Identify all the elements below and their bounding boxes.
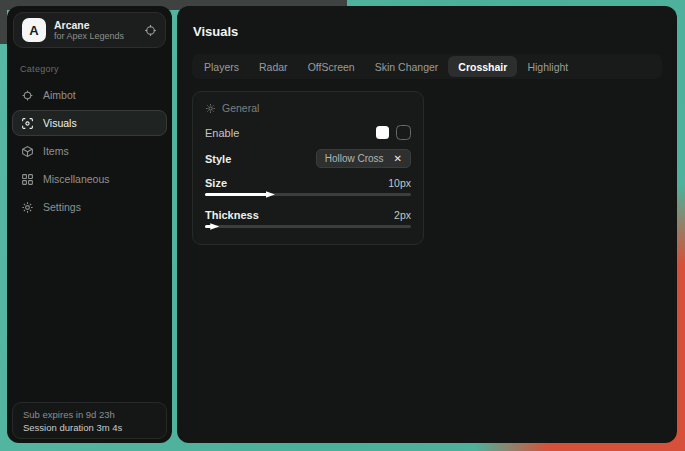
- sidebar-item-label: Aimbot: [43, 89, 76, 101]
- enable-label: Enable: [205, 127, 239, 139]
- sidebar-item-visuals[interactable]: Visuals: [12, 110, 167, 136]
- gear-icon: [205, 103, 216, 114]
- sidebar-item-aimbot[interactable]: Aimbot: [12, 82, 167, 108]
- eye-scan-icon: [21, 117, 34, 130]
- app-subtitle: for Apex Legends: [54, 31, 136, 41]
- thickness-label: Thickness: [205, 209, 259, 221]
- size-slider[interactable]: [205, 193, 411, 196]
- size-slider-thumb[interactable]: [266, 190, 275, 199]
- sidebar-item-label: Settings: [43, 201, 81, 213]
- package-icon: [21, 145, 34, 158]
- size-label: Size: [205, 177, 227, 189]
- sidebar-nav: Aimbot Visuals Items: [7, 82, 172, 220]
- enable-row: Enable: [205, 125, 411, 140]
- grid-icon: [21, 173, 34, 186]
- color-swatch[interactable]: [376, 126, 389, 139]
- thickness-slider[interactable]: [205, 225, 411, 228]
- brand-card: A Arcane for Apex Legends: [13, 12, 166, 48]
- subscription-info-box: Sub expires in 9d 23h Session duration 3…: [12, 402, 167, 439]
- page-title: Visuals: [193, 24, 662, 39]
- app-name: Arcane: [54, 19, 136, 31]
- sidebar-item-settings[interactable]: Settings: [12, 194, 167, 220]
- sidebar-item-items[interactable]: Items: [12, 138, 167, 164]
- thickness-row: Thickness 2px: [205, 209, 411, 221]
- sidebar-item-label: Visuals: [43, 117, 77, 129]
- tab-bar: Players Radar OffScreen Skin Changer Cro…: [192, 54, 662, 79]
- tab-highlight[interactable]: Highlight: [517, 56, 578, 77]
- tab-radar[interactable]: Radar: [249, 56, 298, 77]
- sidebar-item-miscellaneous[interactable]: Miscellaneous: [12, 166, 167, 192]
- crosshair-icon[interactable]: [144, 24, 157, 37]
- sidebar-item-label: Miscellaneous: [43, 173, 110, 185]
- sidebar-item-label: Items: [43, 145, 69, 157]
- crosshair-icon: [21, 89, 34, 102]
- size-value: 10px: [388, 177, 411, 189]
- tab-players[interactable]: Players: [194, 56, 249, 77]
- thickness-value: 2px: [394, 209, 411, 221]
- tab-skin-changer[interactable]: Skin Changer: [365, 56, 449, 77]
- category-label: Category: [20, 64, 172, 74]
- general-panel: General Enable Style Hollow Cross ✕ Size…: [192, 91, 424, 245]
- style-select[interactable]: Hollow Cross ✕: [316, 149, 411, 168]
- size-row: Size 10px: [205, 177, 411, 189]
- app-logo: A: [22, 18, 46, 42]
- enable-checkbox[interactable]: [396, 125, 411, 140]
- tab-crosshair[interactable]: Crosshair: [448, 56, 517, 77]
- main-content: Visuals Players Radar OffScreen Skin Cha…: [177, 6, 677, 443]
- clear-icon[interactable]: ✕: [394, 154, 402, 164]
- thickness-slider-thumb[interactable]: [210, 222, 219, 231]
- session-duration-text: Session duration 3m 4s: [23, 422, 156, 433]
- size-slider-fill: [205, 193, 269, 196]
- style-label: Style: [205, 153, 231, 165]
- desktop-background-gray-edge: [0, 0, 7, 44]
- sub-expires-text: Sub expires in 9d 23h: [23, 409, 156, 420]
- tab-offscreen[interactable]: OffScreen: [298, 56, 365, 77]
- style-value: Hollow Cross: [325, 153, 384, 164]
- panel-title: General: [222, 102, 259, 114]
- sidebar: A Arcane for Apex Legends Category Aimbo…: [7, 6, 172, 443]
- style-row: Style Hollow Cross ✕: [205, 149, 411, 168]
- gear-icon: [21, 201, 34, 214]
